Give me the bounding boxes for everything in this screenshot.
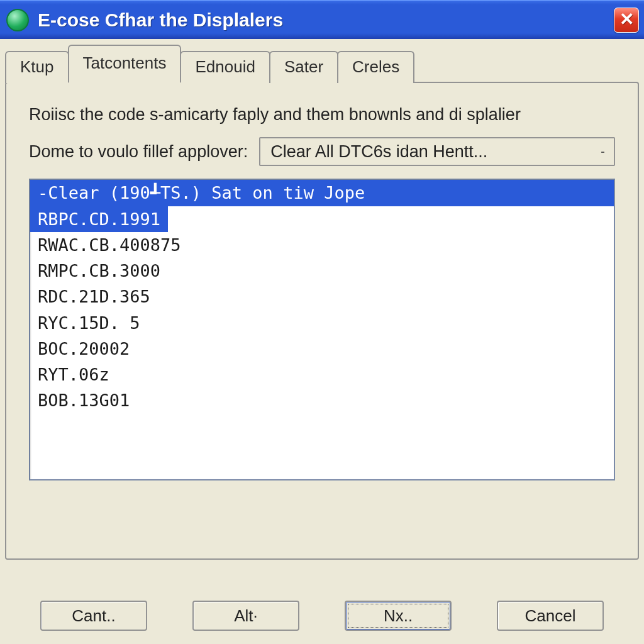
chevron-down-icon: ˗ bbox=[601, 143, 605, 160]
panel-description: Roiisc the code s-amicarty faply and the… bbox=[29, 103, 615, 126]
close-icon: ✕ bbox=[619, 9, 634, 29]
list-item-text: RBPC.CD.1991 bbox=[30, 206, 168, 232]
client-area: Ktup Tatcontents Ednouid Sater Creles Ro… bbox=[0, 39, 644, 644]
list-item[interactable]: -Clear (190┹TS.) Sat on tiw Jope bbox=[30, 180, 614, 206]
cant-button[interactable]: Cant.. bbox=[40, 601, 147, 631]
list-item[interactable]: RYC.15D. 5 bbox=[30, 310, 614, 336]
combo-row: Dome to voulo fillef applover: Clear All… bbox=[29, 137, 615, 166]
tab-creles[interactable]: Creles bbox=[337, 51, 414, 83]
code-listbox[interactable]: -Clear (190┹TS.) Sat on tiw Jope RBPC.CD… bbox=[29, 179, 615, 480]
app-icon bbox=[6, 9, 29, 31]
list-item[interactable]: RDC.21D.365 bbox=[30, 284, 614, 309]
list-item[interactable]: RWAC.CB.400875 bbox=[30, 232, 614, 258]
list-item[interactable]: BOC.20002 bbox=[30, 336, 614, 362]
list-item[interactable]: RYT.06z bbox=[30, 362, 614, 387]
close-button[interactable]: ✕ bbox=[614, 8, 639, 33]
action-combo[interactable]: Clear All DTC6s idan Hentt... ˗ bbox=[259, 137, 615, 166]
list-item[interactable]: RBPC.CD.1991 bbox=[30, 206, 614, 232]
tab-sater[interactable]: Sater bbox=[269, 51, 338, 83]
combo-label: Dome to voulo fillef applover: bbox=[29, 142, 248, 162]
titlebar[interactable]: E-cose Cfhar the Displalers ✕ bbox=[0, 0, 644, 39]
cancel-button[interactable]: Cancel bbox=[497, 601, 604, 631]
tab-panel: Roiisc the code s-amicarty faply and the… bbox=[5, 82, 639, 560]
list-item[interactable]: BOB.13G01 bbox=[30, 387, 614, 413]
tab-tatcontents[interactable]: Tatcontents bbox=[68, 45, 182, 83]
combo-value: Clear All DTC6s idan Hentt... bbox=[270, 142, 487, 162]
nx-button[interactable]: Nx.. bbox=[345, 601, 452, 631]
alt-button[interactable]: Alt· bbox=[192, 601, 299, 631]
tab-ktup[interactable]: Ktup bbox=[5, 51, 69, 83]
dialog-footer: Cant.. Alt· Nx.. Cancel bbox=[0, 594, 644, 638]
list-item[interactable]: RMPC.CB.3000 bbox=[30, 258, 614, 284]
dialog-window: E-cose Cfhar the Displalers ✕ Ktup Tatco… bbox=[0, 0, 644, 644]
window-title: E-cose Cfhar the Displalers bbox=[38, 9, 614, 31]
tabstrip: Ktup Tatcontents Ednouid Sater Creles bbox=[5, 49, 644, 82]
tab-ednouid[interactable]: Ednouid bbox=[180, 51, 270, 83]
